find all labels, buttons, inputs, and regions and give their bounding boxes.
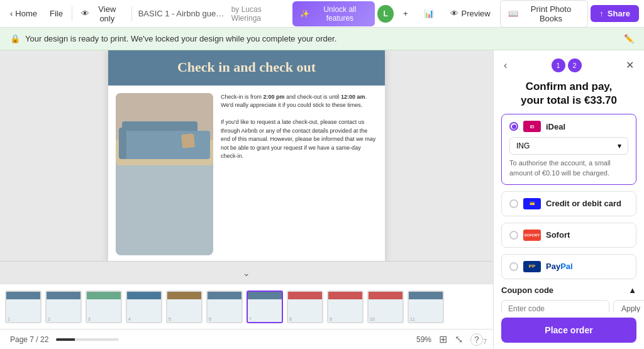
bank-note: To authorise the account, a small amount… [509, 158, 628, 178]
coupon-label: Coupon code [501, 285, 553, 295]
file-button[interactable]: File [45, 6, 68, 21]
preview-label: Preview [461, 9, 490, 18]
thumb-2[interactable]: 2 [45, 291, 82, 323]
thumb-6[interactable]: 6 [206, 291, 243, 323]
thumb-body [167, 299, 201, 322]
step-1-dot: 1 [552, 58, 565, 72]
share-button[interactable]: ↑ Share [591, 5, 639, 22]
step1-label: 1 [557, 62, 560, 69]
analytics-button[interactable]: 📊 [417, 5, 441, 22]
card-logo: 💳 [523, 198, 541, 209]
ideal-option[interactable]: iD iDeal ING ▾ To authorise the account,… [501, 114, 636, 185]
thumb-body [127, 299, 161, 322]
print-label: Print Photo Books [522, 4, 580, 23]
edit-icon[interactable]: ✏️ [624, 34, 634, 43]
thumb-body [87, 299, 121, 322]
panel-steps: 1 2 [552, 58, 582, 72]
thumb-body [47, 299, 80, 322]
room-illustration [116, 93, 213, 165]
paypal-radio[interactable] [509, 262, 518, 271]
avatar[interactable]: L [377, 5, 393, 23]
page-body: Check-in is from 2:00 pm and check-out i… [108, 86, 385, 262]
expand-chevron-button[interactable]: ⌄ [243, 268, 250, 278]
canvas-area: Check in and check out Check-i [0, 50, 493, 349]
sofort-option[interactable]: SOFORT Sofort [501, 223, 636, 248]
eye-icon: 👁 [81, 9, 89, 18]
paypal-header: PP PayPal [509, 261, 628, 272]
coupon-section: Coupon code ▲ Apply Total €33.70 [501, 285, 636, 313]
place-order-button[interactable]: Place order [501, 318, 636, 343]
doc-title: BASIC 1 - Airbnb guest boo... [138, 9, 226, 18]
plus-button[interactable]: + [396, 5, 415, 22]
thumb-9[interactable]: 9 [327, 291, 364, 323]
page-indicator: Page 7 / 22 [10, 335, 48, 344]
main-area: Check in and check out Check-i [0, 50, 644, 349]
preview-button[interactable]: 👁 Preview [443, 5, 497, 22]
ideal-radio[interactable] [509, 122, 518, 131]
canvas-content: Check in and check out Check-i [0, 50, 493, 261]
couch-base [122, 131, 210, 159]
sofort-label: Sofort [546, 230, 570, 240]
thumb-body [6, 299, 40, 322]
panel-body: iD iDeal ING ▾ To authorise the account,… [494, 114, 644, 313]
thumb-3[interactable]: 3 [86, 291, 122, 323]
thumb-header [369, 292, 402, 299]
thumb-header [409, 292, 443, 299]
ideal-header: iD iDeal [509, 121, 628, 132]
sofort-header: SOFORT Sofort [509, 230, 628, 241]
panel-back-button[interactable]: ‹ [502, 58, 508, 72]
panel-title: Confirm and pay,your total is €33.70 [494, 75, 644, 114]
home-label: Home [15, 9, 37, 18]
doc-author: by Lucas Wieringa [231, 5, 288, 23]
thumb-11[interactable]: 11 [408, 291, 444, 323]
thumb-1[interactable]: 1 [5, 291, 42, 323]
progress-fill [56, 338, 75, 341]
thumb-7[interactable]: 7 [247, 291, 283, 323]
avatar-initial: L [383, 9, 387, 18]
couch-pillow [181, 133, 195, 148]
step-2-dot: 2 [568, 58, 582, 72]
thumb-5[interactable]: 5 [166, 291, 203, 323]
zoom-level: 59% [416, 335, 431, 344]
grid-view-button[interactable]: ⊞ [439, 333, 447, 345]
bank-selected: ING [516, 141, 530, 150]
thumb-body [208, 299, 242, 322]
apply-button[interactable]: Apply [613, 300, 644, 313]
fullscreen-button[interactable]: ⤡ [455, 333, 463, 345]
bank-select[interactable]: ING ▾ [509, 137, 628, 155]
file-label: File [50, 9, 63, 18]
panel-close-button[interactable]: ✕ [625, 58, 635, 72]
back-button[interactable]: ‹ Home [5, 6, 42, 21]
paypal-option[interactable]: PP PayPal [501, 254, 636, 279]
unlock-label: Unlock all features [312, 5, 367, 23]
thumb-4[interactable]: 4 [126, 291, 162, 323]
paypal-label: PayPal [546, 262, 573, 271]
thumb-body [328, 299, 362, 322]
card-label: Credit or debit card [546, 199, 621, 208]
coupon-input[interactable] [501, 300, 609, 313]
notification-text: Your design is ready to print. We've loc… [25, 34, 336, 43]
thumb-8[interactable]: 8 [287, 291, 323, 323]
sofort-radio[interactable] [509, 231, 518, 240]
help-button[interactable]: ? [470, 333, 483, 346]
page-progress [56, 338, 119, 341]
unlock-button[interactable]: ✨ Unlock all features [292, 1, 375, 26]
print-button[interactable]: 📖 Print Photo Books [500, 0, 589, 28]
book-icon: 📖 [508, 9, 518, 18]
navbar: ‹ Home File 👁 View only BASIC 1 - Airbnb… [0, 0, 644, 28]
chart-icon: 📊 [424, 9, 434, 18]
status-bar: Page 7 / 22 59% ⊞ ⤡ ? [0, 329, 493, 349]
chevron-up-icon: ▲ [628, 285, 636, 295]
thumb-header [47, 292, 80, 299]
step2-label: 2 [573, 62, 577, 69]
thumb-header [127, 292, 161, 299]
coupon-row: Apply [501, 300, 636, 313]
coupon-header[interactable]: Coupon code ▲ [501, 285, 636, 295]
card-radio[interactable] [509, 199, 518, 208]
thumb-10[interactable]: 10 [367, 291, 404, 323]
sofort-logo: SOFORT [523, 230, 541, 241]
divider [72, 6, 72, 21]
view-only-button[interactable]: 👁 View only [76, 1, 128, 26]
card-option[interactable]: 💳 Credit or debit card [501, 191, 636, 216]
share-icon: ↑ [599, 9, 604, 18]
